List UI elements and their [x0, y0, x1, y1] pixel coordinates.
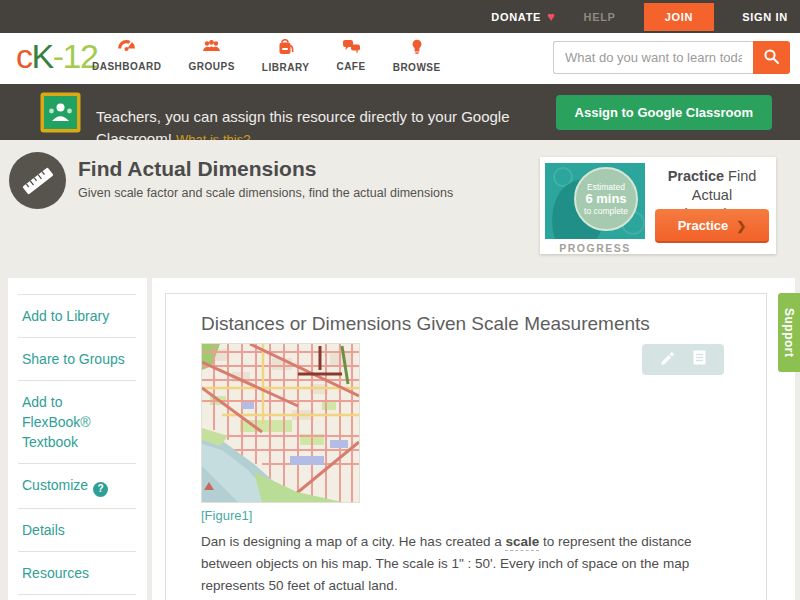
figure-caption[interactable]: [Figure1]	[201, 508, 766, 523]
google-classroom-icon[interactable]	[40, 92, 81, 137]
sidebar-item-resources[interactable]: Resources	[18, 551, 136, 594]
nav-label-browse: BROWSE	[393, 62, 441, 73]
nav-item-dashboard[interactable]: DASHBOARD	[92, 39, 162, 73]
page-subtitle: Given scale factor and scale dimensions,…	[78, 186, 453, 200]
search-icon	[763, 48, 780, 68]
people-icon	[202, 39, 221, 58]
customize-label: Customize	[22, 477, 88, 493]
assign-to-classroom-button[interactable]: Assign to Google Classroom	[556, 95, 772, 130]
heart-icon: ♥	[547, 10, 555, 23]
para1-text: Dan is designing a map of a city. He has…	[201, 534, 505, 549]
sidebar-item-details[interactable]: Details	[18, 508, 136, 551]
lightbulb-icon	[411, 39, 423, 59]
google-classroom-banner: Teachers, you can assign this resource d…	[0, 84, 800, 140]
sidebar-item-share-to-groups[interactable]: Share to Groups	[18, 337, 136, 380]
logo-c: c	[16, 37, 32, 75]
city-map-image	[201, 343, 360, 503]
practice-button-label: Practice	[678, 218, 729, 233]
nav-label-library: LIBRARY	[262, 62, 310, 73]
ck12-resource-page: DONATE ♥ HELP JOIN SIGN IN cK-12 DASHBOA…	[0, 0, 800, 600]
resource-header: Find Actual Dimensions Given scale facto…	[0, 140, 800, 262]
join-button[interactable]: JOIN	[644, 3, 714, 31]
donate-label: DONATE	[491, 11, 541, 23]
paragraph-1: Dan is designing a map of a city. He has…	[201, 531, 731, 597]
chat-bubbles-icon	[342, 39, 361, 58]
sidebar-item-add-to-flexbook[interactable]: Add to FlexBook® Textbook	[18, 380, 136, 463]
nav-label-groups: GROUPS	[189, 61, 235, 72]
practice-cta-bold: Practice	[668, 168, 724, 184]
nav-item-library[interactable]: LIBRARY	[262, 39, 310, 73]
estimated-line3: to complete	[576, 206, 636, 216]
backpack-icon	[277, 39, 294, 59]
sidebar: Add to Library Share to Groups Add to Fl…	[8, 278, 147, 600]
annotation-toolbar	[642, 344, 724, 375]
sign-in-link[interactable]: SIGN IN	[742, 11, 788, 23]
sidebar-item-download[interactable]: Download▾	[18, 594, 136, 600]
sidebar-item-add-to-library[interactable]: Add to Library	[18, 294, 136, 337]
practice-thumbnail[interactable]: Estimated 6 mins to complete	[545, 163, 645, 239]
nav-items: DASHBOARD GROUPS LIBRARY CAFE	[92, 39, 441, 73]
question-badge-icon[interactable]: ?	[93, 482, 108, 497]
highlighter-button[interactable]	[659, 349, 675, 370]
notes-button[interactable]	[692, 349, 707, 370]
logo-k: K	[32, 37, 53, 75]
practice-button[interactable]: Practice❯	[655, 209, 769, 243]
sign-in-label: SIGN IN	[742, 11, 788, 23]
gauge-icon	[117, 39, 136, 58]
chevron-right-icon: ❯	[736, 219, 746, 233]
nav-label-cafe: CAFE	[336, 61, 365, 72]
donate-link[interactable]: DONATE ♥	[491, 10, 555, 23]
notes-icon	[692, 349, 707, 370]
nav-item-browse[interactable]: BROWSE	[393, 39, 441, 73]
sidebar-menu: Add to Library Share to Groups Add to Fl…	[18, 294, 147, 600]
search-input[interactable]	[553, 41, 753, 74]
estimated-time-badge: Estimated 6 mins to complete	[574, 167, 638, 231]
search-bar	[553, 41, 790, 74]
practice-card: Estimated 6 mins to complete PROGRESS Pr…	[540, 157, 776, 254]
highlighter-icon	[659, 349, 675, 370]
estimated-line2: 6 mins	[576, 192, 636, 206]
top-utility-bar: DONATE ♥ HELP JOIN SIGN IN	[0, 0, 800, 33]
sidebar-item-customize[interactable]: Customize?	[18, 463, 136, 508]
glossary-term-scale[interactable]: scale	[505, 534, 539, 551]
ruler-icon	[9, 152, 66, 209]
help-label: HELP	[584, 11, 616, 23]
lesson-heading: Distances or Dimensions Given Scale Meas…	[201, 313, 766, 335]
search-button[interactable]	[753, 41, 790, 74]
help-link[interactable]: HELP	[584, 11, 616, 23]
page-title: Find Actual Dimensions	[78, 157, 316, 181]
nav-item-groups[interactable]: GROUPS	[189, 39, 235, 73]
nav-item-cafe[interactable]: CAFE	[336, 39, 365, 73]
main-panel: Distances or Dimensions Given Scale Meas…	[152, 278, 795, 600]
logo-12: -12	[53, 37, 98, 75]
support-tab[interactable]: Support	[778, 293, 800, 372]
nav-label-dashboard: DASHBOARD	[92, 61, 162, 72]
ck12-logo[interactable]: cK-12	[16, 37, 97, 76]
lesson-content-box: Distances or Dimensions Given Scale Meas…	[165, 293, 767, 600]
main-navbar: cK-12 DASHBOARD GROUPS LIBRARY	[0, 33, 800, 84]
progress-label: PROGRESS	[545, 242, 645, 254]
